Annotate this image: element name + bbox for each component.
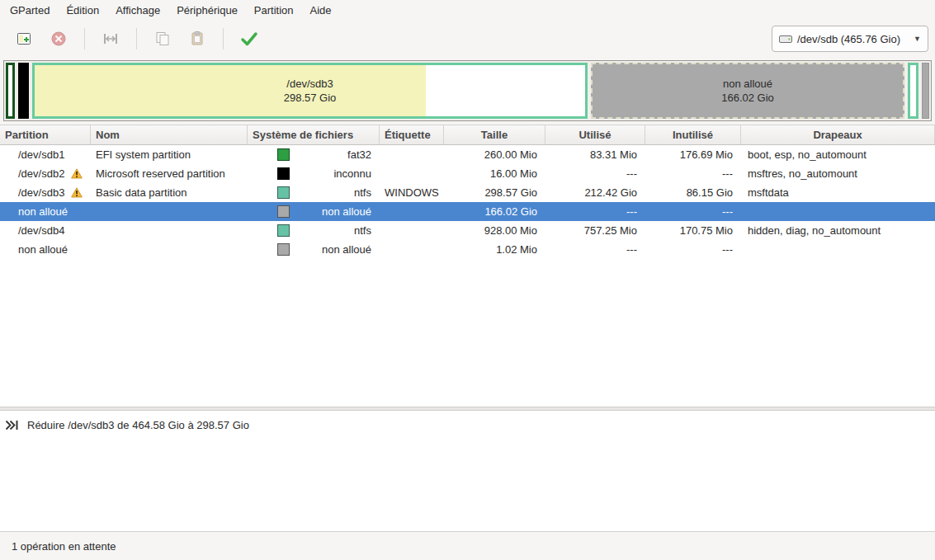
- partition-row-sdb4[interactable]: /dev/sdb4 ntfs 928.00 Mio 757.25 Mio 170…: [0, 221, 935, 240]
- disk-segment-unallocated[interactable]: non alloué 166.02 Gio: [591, 63, 904, 119]
- used-cell: 757.25 Mio: [545, 224, 645, 237]
- used-cell: 83.31 Mio: [545, 148, 645, 161]
- used-cell: ---: [545, 167, 645, 180]
- pending-operations-panel: Réduire /dev/sdb3 de 464.58 Gio à 298.57…: [0, 411, 935, 531]
- name-cell: Microsoft reserved partition: [91, 167, 248, 180]
- drive-icon: [779, 34, 792, 45]
- flags-cell: hidden, diag, no_automount: [741, 224, 935, 237]
- disk-segment-sdb3[interactable]: /dev/sdb3 298.57 Gio: [32, 63, 588, 119]
- filesystem-cell: ntfs: [248, 224, 380, 237]
- table-body: /dev/sdb1 EFI system partition fat32 260…: [0, 145, 935, 407]
- menu-partition[interactable]: Partition: [246, 1, 302, 20]
- delete-partition-icon: [50, 31, 67, 47]
- menu-view[interactable]: Affichage: [107, 1, 168, 20]
- filesystem-color-swatch: [277, 148, 290, 161]
- partition-cell: /dev/sdb1: [0, 148, 91, 161]
- disk-visual-area: /dev/sdb3 298.57 Gio non alloué 166.02 G…: [0, 58, 935, 125]
- partition-cell: non alloué: [0, 205, 91, 218]
- size-cell: 16.00 Mio: [444, 167, 545, 180]
- filesystem-cell: inconnu: [248, 167, 380, 180]
- partition-row-sdb1[interactable]: /dev/sdb1 EFI system partition fat32 260…: [0, 145, 935, 164]
- toolbar-separator: [84, 28, 85, 49]
- filesystem-color-swatch: [277, 186, 290, 199]
- used-cell: ---: [545, 243, 645, 256]
- partition-cell: /dev/sdb4: [0, 224, 91, 237]
- partition-cell: /dev/sdb2: [0, 167, 91, 180]
- table-header: Partition Nom Système de fichiers Étique…: [0, 125, 935, 145]
- unused-cell: ---: [645, 167, 741, 180]
- statusbar: 1 opération en attente: [0, 531, 935, 560]
- toolbar-separator: [223, 28, 224, 49]
- toolbar: /dev/sdb (465.76 Gio) ▼: [0, 20, 935, 58]
- unused-cell: 176.69 Mio: [645, 148, 741, 161]
- disk-segment-label: non alloué 166.02 Gio: [593, 64, 903, 117]
- name-cell: EFI system partition: [91, 148, 248, 161]
- used-cell: 212.42 Gio: [545, 186, 645, 199]
- unused-cell: 86.15 Gio: [645, 186, 741, 199]
- copy-button[interactable]: [149, 25, 177, 53]
- disk-segment-unallocated-end[interactable]: [922, 63, 929, 119]
- col-header-partition[interactable]: Partition: [0, 125, 91, 144]
- filesystem-cell: non alloué: [248, 243, 380, 256]
- menu-device[interactable]: Périphérique: [168, 1, 246, 20]
- new-partition-button[interactable]: [10, 25, 38, 53]
- partition-row-sdb2[interactable]: /dev/sdb2 Microsoft reserved partition i…: [0, 164, 935, 183]
- apply-operations-button[interactable]: [235, 25, 263, 53]
- col-header-unused[interactable]: Inutilisé: [645, 125, 741, 144]
- delete-partition-button[interactable]: [45, 25, 73, 53]
- name-cell: Basic data partition: [91, 186, 248, 199]
- col-header-flags[interactable]: Drapeaux: [741, 125, 935, 144]
- apply-operations-icon: [240, 31, 258, 47]
- filesystem-color-swatch: [277, 224, 290, 237]
- filesystem-cell: ntfs: [248, 186, 380, 199]
- filesystem-cell: non alloué: [248, 205, 380, 218]
- col-header-name[interactable]: Nom: [91, 125, 248, 144]
- partition-row-unallocated-2[interactable]: non alloué non alloué 1.02 Mio --- ---: [0, 240, 935, 259]
- size-cell: 928.00 Mio: [444, 224, 545, 237]
- statusbar-text: 1 opération en attente: [12, 540, 116, 553]
- filesystem-color-swatch: [277, 205, 290, 218]
- menu-edit[interactable]: Édition: [58, 1, 107, 20]
- partition-cell: non alloué: [0, 243, 91, 256]
- filesystem-cell: fat32: [248, 148, 380, 161]
- col-header-label[interactable]: Étiquette: [380, 125, 444, 144]
- disk-segment-sdb4[interactable]: [908, 63, 918, 119]
- partition-table: Partition Nom Système de fichiers Étique…: [0, 125, 935, 407]
- paste-button[interactable]: [183, 25, 211, 53]
- col-header-size[interactable]: Taille: [444, 125, 545, 144]
- operation-label: Réduire /dev/sdb3 de 464.58 Gio à 298.57…: [27, 419, 249, 431]
- disk-segment-sdb1[interactable]: [6, 63, 15, 119]
- unused-cell: ---: [645, 205, 741, 218]
- menu-help[interactable]: Aide: [302, 1, 340, 20]
- operation-item: Réduire /dev/sdb3 de 464.58 Gio à 298.57…: [3, 416, 932, 433]
- new-partition-icon: [16, 31, 32, 47]
- shrink-operation-icon: [5, 420, 19, 431]
- col-header-filesystem[interactable]: Système de fichiers: [248, 125, 380, 144]
- size-cell: 166.02 Gio: [444, 205, 545, 218]
- disk-visual: /dev/sdb3 298.57 Gio non alloué 166.02 G…: [3, 60, 932, 121]
- device-selector[interactable]: /dev/sdb (465.76 Gio) ▼: [772, 26, 928, 52]
- size-cell: 1.02 Mio: [444, 243, 545, 256]
- filesystem-color-swatch: [277, 167, 290, 180]
- disk-segment-sdb2[interactable]: [18, 63, 29, 119]
- paste-icon: [189, 31, 205, 47]
- label-cell: WINDOWS: [380, 186, 444, 199]
- warning-icon: [71, 187, 83, 198]
- warning-icon: [71, 168, 83, 179]
- menubar: GParted Édition Affichage Périphérique P…: [0, 0, 935, 20]
- flags-cell: msftdata: [741, 186, 935, 199]
- unused-cell: ---: [645, 243, 741, 256]
- used-cell: ---: [545, 205, 645, 218]
- partition-row-sdb3[interactable]: /dev/sdb3 Basic data partition ntfs WIND…: [0, 183, 935, 202]
- flags-cell: boot, esp, no_automount: [741, 148, 935, 161]
- unused-cell: 170.75 Mio: [645, 224, 741, 237]
- col-header-used[interactable]: Utilisé: [545, 125, 645, 144]
- menu-gparted[interactable]: GParted: [2, 1, 58, 20]
- partition-row-unallocated-1[interactable]: non alloué non alloué 166.02 Gio --- ---: [0, 202, 935, 221]
- chevron-down-icon: ▼: [914, 35, 921, 43]
- copy-icon: [154, 31, 171, 47]
- size-cell: 260.00 Mio: [444, 148, 545, 161]
- filesystem-color-swatch: [277, 243, 290, 256]
- size-cell: 298.57 Gio: [444, 186, 545, 199]
- resize-move-button[interactable]: [97, 25, 125, 53]
